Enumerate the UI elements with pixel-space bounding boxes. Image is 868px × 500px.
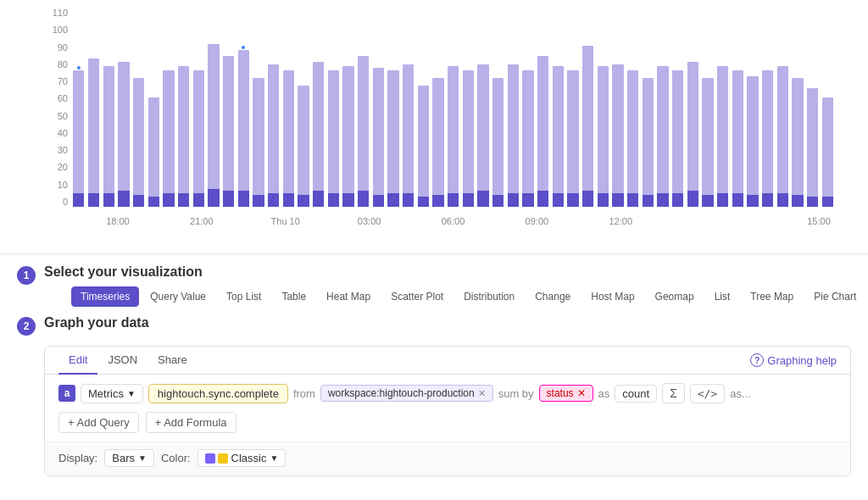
bar-group xyxy=(87,8,101,207)
x-label: 18:00 xyxy=(106,216,130,226)
bar-bottom xyxy=(208,189,219,207)
x-label: 12:00 xyxy=(609,216,633,226)
chart-container: 0102030405060708090100110 18:0021:00Thu … xyxy=(0,0,868,254)
bar-group xyxy=(147,8,160,207)
bar-top xyxy=(418,86,429,197)
bar-top xyxy=(373,68,384,195)
bar-bottom xyxy=(643,195,654,207)
metrics-dropdown[interactable]: Metrics ▼ xyxy=(81,384,143,403)
bar-top xyxy=(178,66,189,193)
status-chip[interactable]: status ✕ xyxy=(539,385,593,402)
step2-header: Graph your data xyxy=(44,315,851,336)
as-dots: as... xyxy=(730,387,751,400)
bar-group xyxy=(732,8,745,207)
metrics-label: Metrics xyxy=(88,387,124,400)
x-label: Thu 10 xyxy=(271,216,300,226)
bar-group xyxy=(701,8,715,207)
source-label: workspace:hightouch-production xyxy=(328,387,475,399)
metric-input[interactable]: hightouch.sync.complete xyxy=(148,384,288,403)
from-label: from xyxy=(293,387,315,400)
bar-top xyxy=(148,97,159,197)
bar-bottom xyxy=(88,193,99,207)
color-scheme-select[interactable]: Classic ▼ xyxy=(198,449,287,467)
bar-group xyxy=(597,8,610,207)
step2-tab-share[interactable]: Share xyxy=(147,347,198,375)
viz-tab-geomap[interactable]: Geomap xyxy=(646,286,704,307)
bar-bottom xyxy=(253,195,264,207)
bar-top xyxy=(477,64,488,192)
y-label: 110 xyxy=(53,8,68,18)
graphing-help-link[interactable]: ? Graphing help xyxy=(750,347,837,374)
bar-group xyxy=(222,8,236,207)
bar-bottom xyxy=(747,195,758,207)
viz-tab-tree-map[interactable]: Tree Map xyxy=(741,286,803,307)
chart-bars xyxy=(72,8,834,207)
viz-tab-distribution[interactable]: Distribution xyxy=(454,286,524,307)
bar-top xyxy=(238,50,249,191)
bar-bottom xyxy=(238,191,249,207)
bar-top xyxy=(537,56,548,191)
viz-tab-timeseries[interactable]: Timeseries xyxy=(71,286,139,307)
status-remove-icon[interactable]: ✕ xyxy=(577,387,586,399)
viz-tab-table[interactable]: Table xyxy=(272,286,315,307)
y-label: 30 xyxy=(58,146,68,155)
viz-tab-host-map[interactable]: Host Map xyxy=(581,286,643,307)
sum-by-label: sum by xyxy=(498,387,534,400)
bar-group xyxy=(671,8,685,207)
chevron-down-icon: ▼ xyxy=(138,453,147,463)
bar-top xyxy=(807,88,818,197)
bar-bottom xyxy=(403,193,414,207)
add-query-button[interactable]: + Add Query xyxy=(58,412,139,433)
bar-top xyxy=(657,66,668,193)
viz-tab-list[interactable]: List xyxy=(705,286,740,307)
bar-bottom xyxy=(148,197,159,207)
source-chip[interactable]: workspace:hightouch-production ✕ xyxy=(320,385,493,402)
step2-tab-json[interactable]: JSON xyxy=(97,347,147,375)
bar-bottom xyxy=(358,191,369,207)
bar-top xyxy=(687,62,698,191)
bar-group xyxy=(371,8,385,207)
display-row: Display: Bars ▼ Color: Classic ▼ xyxy=(45,442,850,475)
bar-bottom xyxy=(657,193,668,207)
bar-bottom xyxy=(298,195,309,207)
display-type-select[interactable]: Bars ▼ xyxy=(104,449,154,467)
viz-tab-heat-map[interactable]: Heat Map xyxy=(317,286,380,307)
bar-group xyxy=(326,8,340,207)
code-button[interactable]: </> xyxy=(690,384,725,403)
bar-top xyxy=(283,70,294,193)
sigma-button[interactable]: Σ xyxy=(662,383,685,403)
bar-bottom xyxy=(223,191,234,207)
bar-bottom xyxy=(732,193,743,207)
y-label: 20 xyxy=(58,163,68,172)
viz-tab-top-list[interactable]: Top List xyxy=(217,286,270,307)
add-formula-button[interactable]: + Add Formula xyxy=(146,412,236,433)
bar-bottom xyxy=(567,193,578,207)
step2-tabs: EditJSONShare ? Graphing help xyxy=(45,347,850,375)
bar-group xyxy=(207,8,220,207)
count-box[interactable]: count xyxy=(615,385,657,403)
bar-bottom xyxy=(537,191,548,207)
bar-bottom xyxy=(477,191,488,207)
graphing-help-label: Graphing help xyxy=(767,354,837,367)
viz-tab-scatter-plot[interactable]: Scatter Plot xyxy=(381,286,453,307)
bar-group xyxy=(132,8,146,207)
viz-tab-query-value[interactable]: Query Value xyxy=(141,286,215,307)
step2-number: 2 xyxy=(17,317,36,336)
x-label: 15:00 xyxy=(807,216,831,226)
x-axis: 18:0021:00Thu 1003:0006:0009:0012:0015:0… xyxy=(72,207,834,228)
bar-bottom xyxy=(627,193,638,207)
bar-bottom xyxy=(582,191,593,207)
source-remove-icon[interactable]: ✕ xyxy=(478,388,486,399)
bar-top xyxy=(328,70,339,193)
bar-bottom xyxy=(178,193,189,207)
step2-title: Graph your data xyxy=(44,315,149,331)
viz-tab-change[interactable]: Change xyxy=(526,286,580,307)
bar-top xyxy=(448,66,459,193)
bar-group xyxy=(461,8,475,207)
bar-top xyxy=(313,62,324,191)
bar-bottom xyxy=(792,195,803,207)
step2-tab-edit[interactable]: Edit xyxy=(58,347,97,375)
viz-tab-pie-chart[interactable]: Pie Chart xyxy=(804,286,865,307)
bar-bottom xyxy=(418,197,429,207)
bar-top xyxy=(643,78,654,195)
